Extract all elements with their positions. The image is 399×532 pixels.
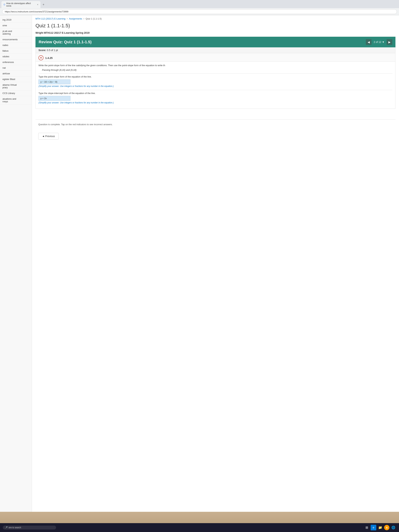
- taskbar-chrome-icon[interactable]: 🌐: [391, 525, 396, 530]
- previous-button[interactable]: ◄ Previous: [38, 133, 58, 139]
- active-tab[interactable]: G How do stereotypes affect socia ×: [1, 1, 40, 8]
- tab-bar: G How do stereotypes affect socia × +: [0, 0, 399, 8]
- quiz-nav: ◀ 2 of 12 ▼ ▶: [366, 39, 392, 45]
- quiz-header-title: Review Quiz: Quiz 1 (1.1-1.5): [39, 40, 91, 44]
- quiz-subtitle: Wright MTH112 20217 E-Learning Spring 20…: [35, 32, 395, 34]
- taskbar-search[interactable]: 🎤 ere to search: [3, 526, 56, 530]
- taskbar-search-text: ere to search: [9, 526, 21, 529]
- sidebar-item-announcements[interactable]: nnouncements: [0, 37, 32, 42]
- question-prompt-2: Type the slope-intercept form of the equ…: [38, 92, 393, 95]
- sidebar-item-evaluations[interactable]: aluations andrveys: [0, 96, 32, 104]
- sidebar-year: ing 2019: [0, 17, 32, 23]
- page-wrapper: ing 2019 ome yLab andastering nnouncemen…: [0, 15, 399, 512]
- question-number: 1.4.25: [45, 56, 53, 59]
- quiz-header-label: Review Quiz:: [39, 40, 63, 44]
- taskbar-amazon-icon[interactable]: a: [384, 525, 389, 530]
- sidebar-item-syllabus[interactable]: llabus: [0, 48, 32, 54]
- nav-dropdown-icon[interactable]: ▼: [382, 41, 385, 44]
- question-incorrect-icon: [38, 55, 44, 60]
- sidebar-item-rainfuse[interactable]: ainfuse: [0, 71, 32, 76]
- taskbar-edge-icon[interactable]: e: [371, 525, 376, 530]
- score-label: Score:: [38, 49, 46, 52]
- page-title: Quiz 1 (1.1-1.5): [35, 21, 395, 32]
- complete-message: Question is complete. Tap on the red ind…: [35, 119, 395, 129]
- sidebar: ing 2019 ome yLab andastering nnouncemen…: [0, 15, 32, 512]
- sidebar-item-mylab[interactable]: yLab andastering: [0, 28, 32, 37]
- breadcrumb-assignments[interactable]: Assignments: [69, 17, 82, 20]
- question-body: Write the point-slope form of the line s…: [35, 62, 395, 109]
- quiz-header-quiz-name: Quiz 1 (1.1-1.5): [64, 40, 91, 44]
- question-number-row: 1.4.25: [35, 53, 395, 62]
- question-instruction: Write the point-slope form of the line s…: [38, 64, 393, 67]
- answer-box-2: y = 2x: [38, 96, 70, 101]
- sidebar-item-alabama-virtual[interactable]: abama Virtualprary: [0, 82, 32, 90]
- sidebar-item-chat[interactable]: nat: [0, 65, 32, 71]
- sidebar-item-grades[interactable]: rades: [0, 42, 32, 48]
- sidebar-item-modules[interactable]: odules: [0, 54, 32, 59]
- score-value: 0.5 of 1 pt: [47, 49, 58, 52]
- taskbar: 🎤 ere to search ⊞ e 📁 a 🌐: [0, 523, 399, 532]
- answer-hint-2: (Simplify your answer. Use integers or f…: [38, 101, 393, 104]
- divider-1: [38, 73, 393, 74]
- taskbar-start-icon[interactable]: ⊞: [364, 525, 370, 530]
- mic-icon: 🎤: [5, 526, 8, 529]
- question-prompt-1: Type the point-slope form of the equatio…: [38, 75, 393, 78]
- taskbar-files-icon[interactable]: 📁: [377, 525, 383, 530]
- breadcrumb-course[interactable]: MTH 112 (20217) E-Learning: [35, 17, 65, 20]
- quiz-nav-prev-button[interactable]: ◀: [366, 39, 372, 45]
- address-input[interactable]: [2, 9, 397, 14]
- quiz-header-bar: Review Quiz: Quiz 1 (1.1-1.5) ◀ 2 of 12 …: [35, 37, 395, 47]
- question-condition: Passing through (8,16) and (9,18): [42, 69, 393, 71]
- sidebar-item-home[interactable]: ome: [0, 23, 32, 28]
- main-content: MTH 112 (20217) E-Learning > Assignments…: [32, 15, 399, 512]
- breadcrumb-sep1: >: [66, 17, 68, 20]
- sidebar-item-conferences[interactable]: onferences: [0, 59, 32, 65]
- breadcrumb-sep2: >: [83, 17, 85, 20]
- answer-box-1: y − 16 = 2(x − 8): [38, 79, 70, 84]
- nav-position-text: 2 of 12: [374, 41, 381, 44]
- answer-text-1: y − 16 = 2(x − 8): [40, 81, 57, 83]
- score-bar: Score: 0.5 of 1 pt: [35, 47, 395, 53]
- sidebar-item-register-blast[interactable]: egister Blast: [0, 76, 32, 82]
- quiz-nav-next-button[interactable]: ▶: [386, 39, 392, 45]
- new-tab-button[interactable]: +: [41, 2, 46, 7]
- tab-close-button[interactable]: ×: [37, 3, 38, 6]
- address-bar: [0, 8, 399, 15]
- taskbar-icons: ⊞ e 📁 a 🌐: [364, 525, 396, 530]
- breadcrumb-quiz: Quiz 1 (1.1-1.5): [86, 17, 101, 20]
- quiz-nav-position: 2 of 12 ▼: [374, 41, 385, 44]
- tab-favicon: G: [4, 3, 5, 6]
- answer-hint-1: (Simplify your answer. Use integers or f…: [38, 85, 393, 88]
- answer-text-2: y = 2x: [40, 97, 47, 100]
- sidebar-item-ccs-library[interactable]: CCS Library: [0, 90, 32, 96]
- divider-2: [38, 90, 393, 90]
- browser-chrome: G How do stereotypes affect socia × +: [0, 0, 399, 15]
- breadcrumb: MTH 112 (20217) E-Learning > Assignments…: [35, 15, 395, 21]
- tab-title: How do stereotypes affect socia: [6, 2, 36, 7]
